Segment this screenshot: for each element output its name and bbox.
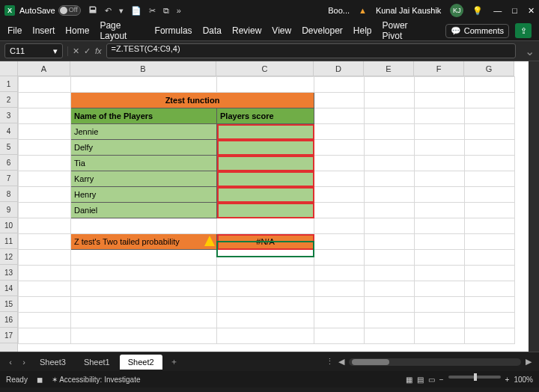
cell-C11[interactable]: #N/A [217,234,314,250]
maximize-icon[interactable]: □ [512,6,517,15]
share-button[interactable]: ⇪ [515,23,532,38]
more-icon[interactable]: » [177,6,181,15]
select-all-corner[interactable] [0,61,18,76]
row-header-16[interactable]: 16 [0,312,17,328]
col-header-G[interactable]: G [464,61,514,76]
cell-C3[interactable]: Players score [217,108,314,124]
col-header-E[interactable]: E [364,61,414,76]
tab-help[interactable]: Help [353,25,372,36]
tab-formulas[interactable]: Formulas [155,25,192,36]
zoom-out-icon[interactable]: − [439,376,444,384]
vertical-scrollbar[interactable] [529,61,539,352]
autosave-toggle[interactable]: AutoSave Off [19,5,81,16]
row-header-13[interactable]: 13 [0,265,17,281]
cancel-icon[interactable]: ✕ [73,46,79,56]
row-header-7[interactable]: 7 [0,171,17,186]
formula-bar[interactable]: =Z.TEST(C4:C9,4) [106,43,516,58]
cell-C4[interactable] [217,124,314,140]
pagelayout-view-icon[interactable]: ▤ [417,376,424,384]
horizontal-scrollbar[interactable] [349,358,521,366]
row-header-10[interactable]: 10 [0,218,17,233]
cell-B7[interactable]: Karry [71,171,217,187]
col-header-A[interactable]: A [18,61,70,76]
sheet-tab-sheet3[interactable]: Sheet3 [31,355,74,370]
error-warning-icon[interactable] [204,236,215,246]
col-header-B[interactable]: B [70,61,216,76]
row-header-2[interactable]: 2 [0,92,17,108]
cell-C9[interactable] [217,203,314,218]
tab-home[interactable]: Home [65,25,89,36]
cell-B4[interactable]: Jennie [71,124,217,140]
zoom-slider[interactable] [448,376,501,379]
tab-file[interactable]: File [7,25,22,36]
macro-record-icon[interactable]: ◼ [37,376,43,384]
sheet-tabs-menu-icon[interactable]: ⋮ [326,357,334,367]
tab-pagelayout[interactable]: Page Layout [100,20,144,41]
cell-B9[interactable]: Daniel [71,203,217,218]
idea-icon[interactable]: 💡 [472,6,483,16]
normal-view-icon[interactable]: ▦ [406,376,412,384]
row-header-14[interactable]: 14 [0,281,17,296]
add-sheet-button[interactable]: ＋ [164,356,184,367]
row-header-9[interactable]: 9 [0,202,17,218]
row-headers[interactable]: 1 2 3 4 5 6 7 8 9 10 11 12 13 14 15 16 1… [0,76,18,352]
row-header-12[interactable]: 12 [0,249,17,265]
row-header-11[interactable]: 11 [0,233,17,249]
row-header-6[interactable]: 6 [0,155,17,171]
col-header-C[interactable]: C [216,61,314,76]
hscroll-left-icon[interactable]: ◀ [338,357,344,367]
name-box[interactable]: C11 ▾ [4,43,63,58]
zoom-in-icon[interactable]: + [505,376,510,384]
formula-expand-icon[interactable]: ⌄ [520,44,539,58]
cell-B8[interactable]: Henry [71,187,217,203]
row-header-1[interactable]: 1 [0,76,17,92]
enter-icon[interactable]: ✓ [84,46,91,56]
undo-icon[interactable]: ↶ [105,6,112,16]
col-header-F[interactable]: F [414,61,464,76]
sheet-nav-prev[interactable]: ‹ [4,358,16,367]
row-header-4[interactable]: 4 [0,123,17,139]
cell-C8[interactable] [217,187,314,203]
save-icon[interactable] [88,5,97,16]
row-header-8[interactable]: 8 [0,186,17,202]
cell-B3[interactable]: Name of the Players [71,108,217,124]
close-icon[interactable]: ✕ [528,6,535,16]
redo-icon[interactable]: ▾ [119,6,124,16]
doc-title[interactable]: Boo... [328,6,350,15]
hscroll-right-icon[interactable]: ▶ [526,357,532,367]
copy-icon[interactable]: ⧉ [163,6,169,16]
spreadsheet-grid[interactable]: Ztest function Name of the PlayersPlayer… [18,76,515,344]
row-header-5[interactable]: 5 [0,139,17,155]
cell-C6[interactable] [217,156,314,171]
user-name[interactable]: Kunal Jai Kaushik [376,6,441,15]
row-header-15[interactable]: 15 [0,296,17,312]
row-header-3[interactable]: 3 [0,108,17,123]
cell-C5[interactable] [217,140,314,156]
tab-review[interactable]: Review [232,25,261,36]
sheet-nav-next[interactable]: › [18,358,30,367]
warning-icon[interactable]: ▲ [359,6,367,15]
cut-icon[interactable]: ✂ [149,6,156,16]
tab-insert[interactable]: Insert [32,25,55,36]
minimize-icon[interactable]: — [493,6,502,15]
sheet-tab-sheet2[interactable]: Sheet2 [120,355,162,370]
cell-B6[interactable]: Tia [71,156,217,171]
avatar[interactable]: KJ [450,4,463,17]
accessibility-status[interactable]: ✶ Accessibility: Investigate [52,376,141,384]
cell-C7[interactable] [217,171,314,187]
tab-powerpivot[interactable]: Power Pivot [383,20,424,41]
col-header-D[interactable]: D [314,61,364,76]
fx-icon[interactable]: fx [95,46,102,55]
tab-developer[interactable]: Developer [302,25,343,36]
tab-view[interactable]: View [272,25,291,36]
new-file-icon[interactable]: 📄 [131,6,141,16]
tab-data[interactable]: Data [203,25,222,36]
cell-B5[interactable]: Delfy [71,140,217,156]
sheet-tab-sheet1[interactable]: Sheet1 [76,355,118,370]
cell-B2[interactable]: Ztest function [71,93,314,108]
row-header-17[interactable]: 17 [0,328,17,343]
comments-button[interactable]: 💬 Comments [445,24,509,38]
zoom-level[interactable]: 100% [514,376,533,384]
pagebreak-view-icon[interactable]: ▭ [428,376,435,384]
column-headers[interactable]: A B C D E F G [18,61,514,76]
